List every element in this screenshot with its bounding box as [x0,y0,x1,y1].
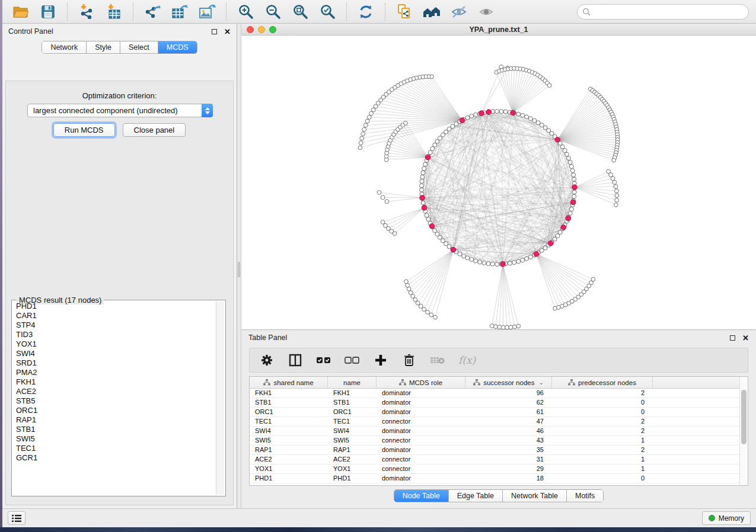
mcds-list-scrollbar[interactable] [216,302,224,495]
network-canvas[interactable] [241,36,756,329]
table-row[interactable]: YOX1 YOX1 connector 29 1 [250,464,739,474]
table-row[interactable]: PHD1 PHD1 dominator 18 0 [250,474,739,483]
vertical-splitter[interactable] [237,24,241,508]
table-tabbar: Node Table Edge Table Network Table Moti… [241,489,756,502]
mcds-result-item[interactable]: ACE2 [13,387,215,396]
control-panel-tab[interactable]: Select [120,41,158,53]
delete-column-icon[interactable] [401,352,417,368]
table-row[interactable]: FKH1 FKH1 dominator 96 2 [250,389,739,398]
mcds-result-item[interactable]: SWI4 [13,349,215,358]
run-mcds-button[interactable]: Run MCDS [53,123,115,137]
mcds-result-groupbox: MCDS result (17 nodes) PHD1 CAR1 STP4 TI… [11,300,226,496]
control-panel: Control Panel ✕ Network Style Select [2,24,237,508]
network-title: YPA_prune.txt_1 [241,25,756,34]
memory-button[interactable]: Memory [702,511,751,525]
float-panel-icon[interactable] [730,335,735,341]
mcds-result-item[interactable]: SRD1 [13,358,215,368]
table-scrollbar[interactable] [739,377,748,485]
export-network-icon[interactable] [140,2,165,22]
table-panel-title: Table Panel [248,334,287,342]
column-type-icon [263,379,270,386]
desktop-wallpaper-bottom [0,527,756,532]
import-network-icon[interactable] [74,2,99,22]
open-file-icon[interactable] [8,2,33,22]
show-panels-list-button[interactable] [8,511,25,525]
table-tab[interactable]: Edge Table [449,490,503,502]
main-toolbar [2,0,756,24]
table-row[interactable]: ACE2 ACE2 connector 31 1 [250,455,739,464]
export-table-icon[interactable] [167,2,192,22]
mcds-result-item[interactable]: CAR1 [13,311,215,321]
first-neighbors-icon[interactable] [419,2,444,22]
table-tab[interactable]: Node Table [394,490,449,502]
search-input[interactable] [577,4,749,20]
mcds-result-item[interactable]: STP4 [13,321,215,330]
select-all-icon[interactable] [316,352,331,368]
column-header-shared-name[interactable]: shared name [250,377,328,388]
control-panel-tab[interactable]: Network [42,41,87,53]
table-row[interactable]: ORC1 ORC1 dominator 61 0 [250,408,739,417]
add-column-icon[interactable] [373,352,388,368]
mcds-result-item[interactable]: FKH1 [13,377,215,387]
column-header-name[interactable]: name [328,377,377,388]
table-row[interactable]: SWI5 SWI5 connector 43 1 [250,436,739,446]
mcds-result-item[interactable]: SWI5 [13,434,215,444]
mcds-result-item[interactable]: STB5 [13,396,215,406]
mcds-result-item[interactable]: PHD1 [13,302,215,311]
mcds-result-item[interactable]: RAP1 [13,415,215,425]
toolbar-separator [226,3,227,21]
toolbar-separator [133,3,133,21]
mcds-result-item[interactable]: ORC1 [13,406,215,415]
control-panel-tabbar: Network Style Select MCDS [2,39,237,56]
refresh-icon[interactable] [353,2,378,22]
table-tab[interactable]: Motifs [567,490,603,502]
column-header-successor-nodes[interactable]: successor nodes ⌄ [465,377,552,388]
show-columns-icon[interactable] [288,352,303,368]
column-header-mcds-role[interactable]: MCDS role [377,377,465,388]
table-row[interactable]: STB1 STB1 dominator 62 0 [250,398,739,408]
save-session-icon[interactable] [36,2,60,22]
clone-network-icon[interactable] [392,2,417,22]
table-row[interactable]: SWI4 SWI4 dominator 46 2 [250,427,739,436]
table-row[interactable]: TEC1 TEC1 connector 47 2 [250,417,739,427]
zoom-out-icon[interactable] [260,2,285,22]
status-bar: Memory [2,508,756,527]
close-panel-icon[interactable]: ✕ [224,29,231,34]
hide-selected-icon[interactable] [446,2,471,22]
table-scrollbar-thumb[interactable] [741,390,747,444]
table-row[interactable]: RAP1 RAP1 dominator 35 2 [250,446,739,455]
control-panel-tab[interactable]: MCDS [158,41,197,53]
mcds-result-item[interactable]: GCR1 [13,453,215,463]
zoom-in-icon[interactable] [233,2,258,22]
table-tab[interactable]: Network Table [503,490,567,502]
delete-table-icon[interactable] [430,352,445,368]
optimization-criterion-select[interactable]: largest connected component (undirected) [27,104,213,117]
column-header-predecessor-nodes[interactable]: predecessor nodes [552,377,653,388]
close-panel-icon[interactable]: ✕ [742,335,749,341]
mcds-result-item[interactable]: TEC1 [13,444,215,453]
mcds-tab-content: Optimization criterion: largest connecte… [5,81,234,505]
splitter-grip[interactable] [238,262,240,277]
mcds-result-list: PHD1 CAR1 STP4 TID3 YOX1 SWI4 SRD1 [13,302,215,495]
deselect-all-icon[interactable] [344,352,360,368]
mcds-result-item[interactable]: TID3 [13,330,215,339]
control-panel-title: Control Panel [8,27,53,36]
toolbar-separator [67,3,68,21]
import-table-icon[interactable] [101,2,126,22]
zoom-fit-icon[interactable] [288,2,312,22]
mcds-result-item[interactable]: PMA2 [13,368,215,377]
column-type-icon [473,379,480,386]
mcds-result-item[interactable]: STB1 [13,425,215,434]
export-image-icon[interactable] [194,2,219,22]
optimization-criterion-label: Optimization criterion: [6,91,233,100]
float-panel-icon[interactable] [212,29,217,34]
mcds-result-item[interactable]: YOX1 [13,339,215,349]
control-panel-tab[interactable]: Style [87,41,120,53]
table-panel-header: Table Panel ✕ [241,330,756,345]
settings-gear-icon[interactable] [259,352,275,368]
close-panel-button[interactable]: Close panel [123,123,186,137]
zoom-selected-icon[interactable] [315,2,340,22]
apply-function-icon[interactable]: f(x) [458,354,476,366]
show-all-icon[interactable] [474,2,499,22]
sort-chevron-icon: ⌄ [538,379,543,386]
